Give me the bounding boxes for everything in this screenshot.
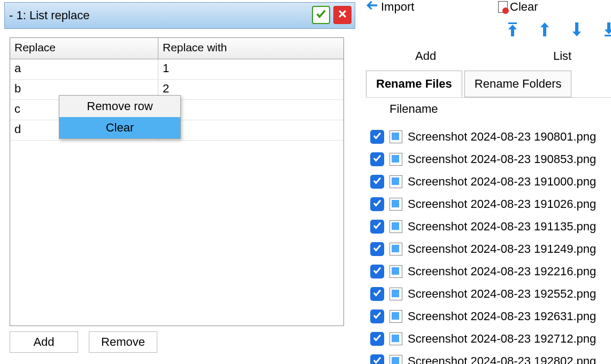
file-checkbox[interactable] xyxy=(370,152,384,166)
check-icon xyxy=(372,288,382,300)
cell-replace[interactable]: a xyxy=(10,59,158,79)
file-checkbox[interactable] xyxy=(370,354,384,364)
arrow-bottom-icon xyxy=(602,21,611,40)
file-row[interactable]: Screenshot 2024-08-23 192802.png xyxy=(366,350,611,364)
file-checkbox[interactable] xyxy=(370,309,384,323)
file-row[interactable]: Screenshot 2024-08-23 192216.png xyxy=(366,260,611,283)
clear-label: Clear xyxy=(510,0,538,14)
image-file-icon xyxy=(389,332,402,345)
file-name: Screenshot 2024-08-23 192216.png xyxy=(408,265,596,278)
table-header: Replace Replace with xyxy=(10,38,343,59)
top-toolbar: Import Clear xyxy=(362,0,611,16)
file-row[interactable]: Screenshot 2024-08-23 192631.png xyxy=(366,305,611,328)
file-name: Screenshot 2024-08-23 192802.png xyxy=(408,354,596,364)
file-row[interactable]: Screenshot 2024-08-23 191249.png xyxy=(366,238,611,260)
arrow-left-icon xyxy=(366,0,378,14)
file-checkbox[interactable] xyxy=(370,332,384,346)
file-row[interactable]: Screenshot 2024-08-23 192712.png xyxy=(366,328,611,350)
cell-with[interactable]: 2 xyxy=(158,80,343,99)
clear-icon xyxy=(498,1,508,13)
ctx-remove-row[interactable]: Remove row xyxy=(59,96,180,117)
file-row[interactable]: Screenshot 2024-08-23 190801.png xyxy=(366,126,611,148)
table-row[interactable]: a 1 xyxy=(10,59,343,80)
file-name: Screenshot 2024-08-23 191249.png xyxy=(408,242,596,256)
import-button[interactable]: Import xyxy=(366,0,414,14)
tab-rename-folders[interactable]: Rename Folders xyxy=(464,71,572,97)
move-up-button[interactable] xyxy=(537,21,552,40)
replace-table[interactable]: Replace Replace with a 1 b 2 c d xyxy=(10,37,344,326)
file-row[interactable]: Screenshot 2024-08-23 192552.png xyxy=(366,283,611,305)
dialog-title: - 1: List replace xyxy=(9,9,89,22)
move-bottom-button[interactable] xyxy=(601,21,611,40)
check-icon xyxy=(372,355,382,364)
file-name: Screenshot 2024-08-23 191026.png xyxy=(408,197,596,211)
file-row[interactable]: Screenshot 2024-08-23 191135.png xyxy=(366,215,611,238)
clear-list-button[interactable]: Clear xyxy=(498,0,538,14)
move-top-button[interactable] xyxy=(505,21,520,40)
arrow-top-icon xyxy=(506,21,519,40)
import-label: Import xyxy=(381,0,414,14)
image-file-icon xyxy=(389,153,402,166)
file-name: Screenshot 2024-08-23 190853.png xyxy=(408,152,596,166)
file-checkbox[interactable] xyxy=(370,265,384,278)
file-checkbox[interactable] xyxy=(370,130,384,144)
cell-with[interactable] xyxy=(158,100,343,120)
add-row-button[interactable]: Add xyxy=(10,331,78,353)
file-checkbox[interactable] xyxy=(370,242,384,256)
file-name: Screenshot 2024-08-23 190801.png xyxy=(408,130,596,144)
file-row[interactable]: Screenshot 2024-08-23 190853.png xyxy=(366,148,611,171)
file-name: Screenshot 2024-08-23 192631.png xyxy=(408,309,596,323)
check-icon xyxy=(372,265,382,278)
image-file-icon xyxy=(389,175,402,188)
file-row[interactable]: Screenshot 2024-08-23 191026.png xyxy=(366,193,611,215)
check-icon xyxy=(372,198,382,211)
close-button[interactable] xyxy=(333,6,352,24)
check-icon xyxy=(372,130,382,143)
check-icon xyxy=(372,310,382,323)
titlebar-buttons xyxy=(312,6,352,24)
move-down-button[interactable] xyxy=(569,21,584,40)
image-file-icon xyxy=(389,220,402,233)
image-file-icon xyxy=(389,130,402,143)
file-list-area: Filename Screenshot 2024-08-23 190801.pn… xyxy=(366,97,611,364)
image-file-icon xyxy=(389,355,402,364)
rename-tabs: Rename Files Rename Folders xyxy=(366,71,571,97)
file-checkbox[interactable] xyxy=(370,197,384,211)
cell-with[interactable] xyxy=(158,120,343,140)
file-list[interactable]: Screenshot 2024-08-23 190801.pngScreensh… xyxy=(366,126,611,364)
tab-rename-files[interactable]: Rename Files xyxy=(366,71,462,97)
cell-with[interactable]: 1 xyxy=(158,59,343,79)
file-checkbox[interactable] xyxy=(370,287,384,301)
arrow-up-icon xyxy=(538,21,551,40)
right-panel: Import Clear Add List Rename Files Renam… xyxy=(362,0,611,364)
filename-column-header[interactable]: Filename xyxy=(389,102,438,116)
ctx-clear[interactable]: Clear xyxy=(59,117,180,138)
image-file-icon xyxy=(389,288,402,300)
check-icon xyxy=(372,243,382,255)
image-file-icon xyxy=(389,310,402,323)
dialog-bottom-buttons: Add Remove xyxy=(10,331,157,353)
check-icon xyxy=(372,220,382,233)
dialog-titlebar[interactable]: - 1: List replace xyxy=(4,2,355,29)
file-name: Screenshot 2024-08-23 192552.png xyxy=(408,287,596,301)
image-file-icon xyxy=(389,198,402,211)
col-header-replace[interactable]: Replace xyxy=(10,38,158,59)
file-checkbox[interactable] xyxy=(370,220,384,234)
check-icon xyxy=(372,153,382,166)
col-header-replace-with[interactable]: Replace with xyxy=(158,38,343,59)
file-row[interactable]: Screenshot 2024-08-23 191000.png xyxy=(366,171,611,193)
context-menu: Remove row Clear xyxy=(59,95,181,139)
file-name: Screenshot 2024-08-23 191000.png xyxy=(408,175,596,189)
remove-row-button[interactable]: Remove xyxy=(89,331,157,353)
file-name: Screenshot 2024-08-23 191135.png xyxy=(408,220,596,234)
close-icon xyxy=(337,9,348,22)
add-section-label: Add xyxy=(415,49,436,63)
accept-button[interactable] xyxy=(312,6,330,24)
file-checkbox[interactable] xyxy=(370,175,384,189)
check-icon xyxy=(315,8,327,22)
arrow-down-icon xyxy=(570,21,583,40)
reorder-arrows xyxy=(505,21,611,40)
check-icon xyxy=(372,332,382,345)
image-file-icon xyxy=(389,243,402,255)
list-section-label: List xyxy=(553,49,571,63)
